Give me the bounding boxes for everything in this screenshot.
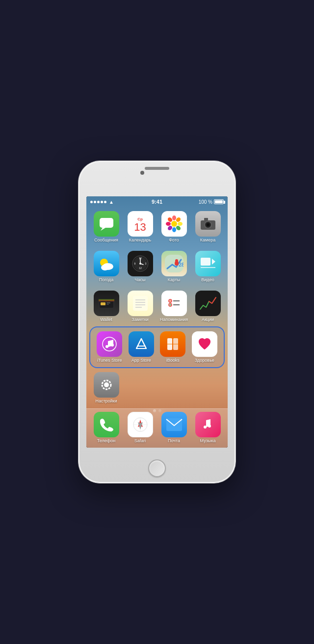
dock-music-label: Музыка [200, 439, 216, 444]
highlighted-row: iTunes Store A [89, 326, 225, 368]
health-icon-bg [192, 331, 217, 357]
dock-apps: Телефон Safari [91, 412, 223, 444]
phone-screen: ▲ 9:41 100 % [86, 196, 228, 448]
svg-rect-68 [166, 418, 182, 431]
app-camera[interactable]: Камера [193, 211, 223, 243]
app-row-5: Настройки [86, 368, 228, 408]
app-settings[interactable]: Настройки [91, 372, 121, 404]
svg-point-2 [171, 221, 177, 227]
svg-point-30 [175, 259, 178, 262]
signal-dot-5 [104, 201, 106, 203]
wallet-icon-bg [94, 291, 119, 316]
svg-rect-46 [167, 296, 182, 311]
messages-label: Сообщения [94, 238, 118, 243]
svg-point-14 [207, 223, 209, 226]
itunes-label: iTunes Store [97, 358, 122, 363]
svg-rect-0 [100, 218, 113, 228]
dock-phone-label: Телефон [97, 439, 115, 444]
ibooks-label: iBooks [166, 358, 180, 363]
svg-text:9: 9 [134, 262, 135, 265]
dock-safari-label: Safari [134, 439, 146, 444]
settings-label: Настройки [95, 399, 117, 404]
svg-point-52 [169, 304, 171, 305]
app-calendar[interactable]: Ср 13 Календарь [125, 211, 155, 243]
svg-text:3: 3 [145, 262, 146, 265]
svg-text:12: 12 [139, 257, 142, 260]
app-itunes[interactable]: iTunes Store [95, 331, 124, 363]
svg-marker-32 [212, 259, 215, 265]
settings-icon-bg [94, 372, 119, 398]
svg-rect-39 [106, 304, 109, 305]
svg-marker-1 [101, 228, 105, 231]
battery-icon [214, 199, 224, 204]
svg-text:280: 280 [179, 262, 183, 268]
svg-point-69 [204, 426, 207, 429]
wifi-icon: ▲ [109, 199, 114, 205]
video-label: Видео [201, 278, 214, 283]
safari-icon-bg [128, 412, 153, 437]
dock: Телефон Safari [86, 408, 228, 448]
dock-music[interactable]: Музыка [193, 412, 223, 444]
app-notes[interactable]: Заметки [125, 291, 155, 322]
app-video[interactable]: Видео [193, 251, 223, 283]
app-weather[interactable]: Погода [91, 251, 121, 283]
dock-mail[interactable]: Почта [159, 412, 189, 444]
clock-icon-bg: 12 12 9 3 [128, 251, 153, 276]
app-row-highlighted: iTunes Store A [92, 329, 222, 365]
signal-dot-2 [94, 201, 96, 203]
calendar-label: Календарь [129, 238, 151, 243]
app-maps[interactable]: 280 Карты [159, 251, 189, 283]
svg-point-54 [105, 345, 108, 348]
reminders-icon-bg [161, 291, 187, 316]
app-reminders[interactable]: Напоминания [159, 291, 189, 322]
notes-icon-bg [128, 291, 153, 316]
app-ibooks[interactable]: iBooks [158, 331, 187, 363]
svg-rect-15 [204, 218, 208, 220]
home-button[interactable] [148, 459, 166, 477]
music-icon-bg [195, 412, 221, 437]
app-messages[interactable]: Сообщения [91, 211, 121, 243]
app-stocks[interactable]: Акции [193, 291, 223, 322]
itunes-icon-bg [97, 331, 122, 357]
maps-label: Карты [168, 278, 181, 283]
reminders-label: Напоминания [160, 318, 188, 322]
svg-point-7 [172, 227, 176, 232]
speaker [145, 167, 169, 170]
dock-safari[interactable]: Safari [125, 412, 155, 444]
photos-icon [161, 211, 187, 237]
status-right: 100 % [199, 199, 224, 205]
svg-point-3 [172, 215, 176, 220]
notes-label: Заметки [131, 318, 148, 322]
app-appstore[interactable]: App Store [127, 331, 156, 363]
svg-point-61 [104, 382, 109, 387]
svg-rect-38 [106, 302, 110, 303]
app-clock[interactable]: 12 12 9 3 Часы [125, 251, 155, 283]
camera-icon-bg [195, 211, 221, 237]
phone-icon-bg [94, 412, 119, 437]
app-health[interactable]: Здоровье [190, 331, 219, 363]
svg-point-18 [101, 265, 109, 270]
appstore-label: App Store [131, 358, 151, 363]
messages-icon [94, 211, 119, 237]
signal-dot-4 [101, 201, 103, 203]
battery-percent: 100 % [199, 199, 212, 205]
clock-label: Часы [135, 278, 146, 283]
app-wallet[interactable]: Wallet [91, 291, 121, 322]
camera-label: Камера [200, 238, 215, 243]
stocks-label: Акции [202, 318, 214, 322]
weather-label: Погода [99, 278, 114, 283]
svg-text:12: 12 [139, 267, 142, 269]
svg-point-9 [166, 222, 171, 226]
dock-mail-label: Почта [168, 439, 180, 444]
svg-rect-40 [99, 299, 114, 301]
svg-point-55 [111, 344, 114, 347]
dock-phone[interactable]: Телефон [91, 412, 121, 444]
svg-point-51 [169, 300, 171, 301]
mail-icon-bg [161, 412, 187, 437]
svg-point-23 [139, 263, 141, 265]
app-photos[interactable]: Фото [159, 211, 189, 243]
signal-dot-1 [90, 201, 93, 203]
signal-strength [90, 201, 106, 203]
calendar-icon: Ср 13 [128, 211, 153, 237]
calendar-day: 13 [134, 222, 146, 233]
